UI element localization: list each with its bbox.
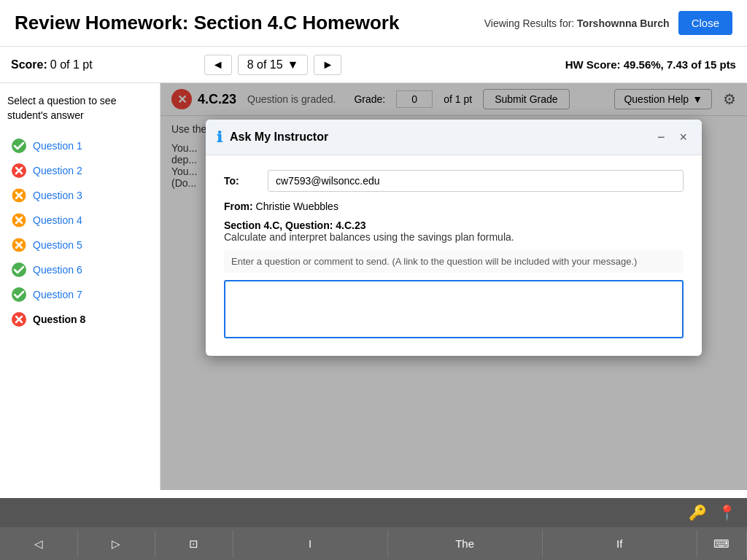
question-status-icon-7 [11, 287, 27, 303]
section-info: Section 4.C, Question: 4.C.23 Calculate … [224, 219, 684, 243]
to-label: To: [224, 175, 260, 187]
question-link-6[interactable]: Question 6 [33, 264, 82, 276]
ime-back-button[interactable]: ◁ [0, 530, 78, 558]
sidebar-question-item-2[interactable]: Question 2 [7, 158, 152, 183]
header-row: Score: 0 of 1 pt ◄ 8 of 15 ▼ ► HW Score:… [0, 47, 747, 83]
hw-score: HW Score: 49.56%, 7.43 of 15 pts [565, 58, 736, 71]
question-link-8[interactable]: Question 8 [33, 314, 85, 325]
ime-word-2[interactable]: The [388, 530, 543, 557]
sidebar-question-item-5[interactable]: Question 5 [7, 233, 152, 257]
ask-instructor-modal: ℹ Ask My Instructor − × To: [206, 120, 702, 356]
page-title: Review Homework: Section 4.C Homework [15, 12, 399, 34]
sidebar-question-item-1[interactable]: Question 1 [7, 133, 152, 158]
ime-forward-button[interactable]: ▷ [78, 530, 156, 558]
from-row: From: Christie Wuebbles [224, 201, 684, 212]
section-title: Section 4.C, Question: 4.C.23 [224, 219, 684, 231]
ime-keyboard-button[interactable]: ⌨ [697, 530, 747, 558]
question-link-1[interactable]: Question 1 [33, 140, 82, 152]
modal-close-button[interactable]: × [676, 130, 691, 145]
question-list: Question 1Question 2Question 3Question 4… [7, 133, 152, 490]
question-status-icon-8 [11, 311, 27, 327]
score-value: 0 of 1 pt [50, 58, 93, 71]
sidebar-question-item-7[interactable]: Question 7 [7, 282, 152, 307]
question-status-icon-3 [11, 187, 27, 203]
key-icon[interactable]: 🔑 [689, 504, 707, 521]
question-status-icon-4 [11, 212, 27, 228]
ime-word-3[interactable]: If [543, 530, 697, 557]
ime-bar: ◁ ▷ ⊡ I The If ⌨ [0, 527, 747, 560]
question-status-icon-2 [11, 163, 27, 179]
nav-display[interactable]: 8 of 15 ▼ [238, 55, 309, 75]
to-input[interactable] [268, 170, 684, 192]
nav-controls: ◄ 8 of 15 ▼ ► [204, 55, 341, 75]
nav-next-button[interactable]: ► [314, 55, 341, 75]
question-link-5[interactable]: Question 5 [33, 239, 82, 251]
nav-prev-button[interactable]: ◄ [204, 55, 232, 75]
ime-copy-button[interactable]: ⊡ [155, 530, 233, 558]
content-area: ✕ 4.C.23 Question is graded. Grade: of 1… [160, 83, 747, 490]
score-label: Score: [11, 58, 47, 71]
info-icon: ℹ [217, 128, 222, 146]
modal-header: ℹ Ask My Instructor − × [206, 120, 702, 155]
question-link-3[interactable]: Question 3 [33, 190, 82, 201]
sidebar-title: Select a question to see student's answe… [7, 94, 152, 122]
modal-overlay: ℹ Ask My Instructor − × To: [160, 83, 747, 490]
sidebar: Select a question to see student's answe… [0, 83, 160, 490]
from-label: From: [224, 201, 253, 212]
sidebar-question-item-8[interactable]: Question 8 [7, 307, 152, 332]
section-desc: Calculate and interpret balances using t… [224, 231, 684, 243]
from-value: Christie Wuebbles [256, 201, 338, 212]
ime-word-1[interactable]: I [233, 530, 388, 557]
sidebar-question-item-6[interactable]: Question 6 [7, 257, 152, 282]
modal-body: To: From: Christie Wuebbles Section 4.C,… [206, 155, 702, 356]
message-hint: Enter a question or comment to send. (A … [224, 250, 684, 273]
question-link-7[interactable]: Question 7 [33, 289, 82, 300]
modal-title: Ask My Instructor [230, 131, 646, 144]
to-field-row: To: [224, 170, 684, 192]
close-button[interactable]: Close [678, 11, 732, 35]
message-textarea[interactable] [224, 280, 684, 338]
question-status-icon-6 [11, 262, 27, 278]
question-link-2[interactable]: Question 2 [33, 165, 82, 176]
question-status-icon-5 [11, 237, 27, 253]
bottom-toolbar: 🔑 📍 [0, 498, 747, 527]
modal-minimize-button[interactable]: − [654, 130, 669, 145]
viewing-for-label: Viewing Results for: Torshownna Burch [484, 18, 670, 29]
sidebar-question-item-4[interactable]: Question 4 [7, 208, 152, 233]
question-status-icon-1 [11, 138, 27, 154]
location-icon[interactable]: 📍 [718, 504, 736, 521]
page-title-area: Review Homework: Section 4.C Homework Vi… [0, 0, 747, 47]
question-link-4[interactable]: Question 4 [33, 214, 82, 226]
sidebar-question-item-3[interactable]: Question 3 [7, 183, 152, 208]
modal-controls: − × [654, 130, 691, 145]
